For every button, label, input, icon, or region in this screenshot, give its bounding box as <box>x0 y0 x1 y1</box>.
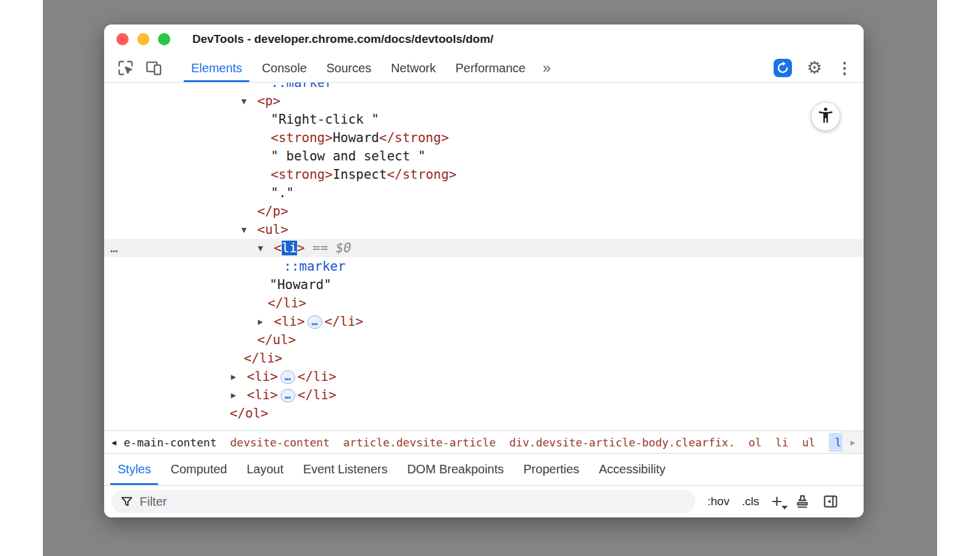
code-string: " below and select " <box>271 149 426 163</box>
style-filter-input[interactable] <box>140 495 687 509</box>
code-tag: > <box>297 241 305 255</box>
tree-row[interactable]: </ol> <box>104 404 864 423</box>
toggle-element-state-button[interactable]: :hov <box>707 495 729 508</box>
tree-row-selected[interactable]: …▼<li> == $0 <box>104 239 864 257</box>
sync-badge-icon[interactable] <box>774 59 792 77</box>
code-tag: <li> <box>247 388 278 402</box>
tree-row[interactable]: "Howard" <box>104 276 864 294</box>
collapse-arrow-icon[interactable]: ▼ <box>241 220 246 239</box>
breadcrumb-item[interactable]: article.devsite-article <box>343 436 496 449</box>
tree-row[interactable]: </li> <box>104 294 864 312</box>
accessibility-person-icon <box>816 106 835 127</box>
tree-row-content: </p> <box>104 202 288 220</box>
stamp-icon[interactable] <box>794 494 810 509</box>
tab-computed[interactable]: Computed <box>160 454 236 485</box>
tree-row[interactable]: <strong>Howard</strong> <box>104 129 864 147</box>
tree-row-content: </ol> <box>104 404 268 423</box>
tree-row[interactable]: ▶<li>…</li> <box>104 312 864 331</box>
tab-styles[interactable]: Styles <box>108 454 160 485</box>
tab-elements[interactable]: Elements <box>181 54 252 82</box>
collapsed-content-ellipsis[interactable]: … <box>281 370 295 384</box>
tree-row[interactable]: ▼<p> <box>104 92 864 110</box>
breadcrumb-item[interactable]: e-main-content <box>124 436 217 449</box>
code-dollar: $0 <box>336 241 351 255</box>
traffic-lights <box>116 33 170 45</box>
expand-arrow-icon[interactable]: ▶ <box>258 312 263 331</box>
tree-row[interactable]: ::marker <box>104 257 864 276</box>
collapse-arrow-icon[interactable]: ▼ <box>241 92 246 110</box>
code-tag: <li> <box>274 314 305 329</box>
new-style-rule-button[interactable]: + <box>771 492 782 511</box>
more-tabs-icon[interactable]: » <box>535 59 558 77</box>
toolbar-right-controls: ⚙ ⋮ <box>774 59 853 77</box>
device-toolbar-icon[interactable] <box>143 58 164 78</box>
tab-network[interactable]: Network <box>381 54 445 82</box>
code-tag: < <box>274 241 282 255</box>
code-tag: </li> <box>298 369 336 384</box>
tree-row-content: </li> <box>104 349 282 367</box>
close-window-button[interactable] <box>116 33 129 45</box>
tree-row[interactable]: <strong>Inspect</strong> <box>104 165 864 184</box>
breadcrumb-item[interactable]: li <box>775 436 789 449</box>
tree-row-content: <strong>Howard</strong> <box>104 129 449 147</box>
breadcrumb-items: e-main-contentdevsite-contentarticle.dev… <box>124 431 842 453</box>
tree-row-content: <li>…</li> <box>104 367 336 386</box>
expand-arrow-icon[interactable]: ▶ <box>231 367 236 386</box>
title-bar: DevTools - developer.chrome.com/docs/dev… <box>104 24 864 54</box>
code-string: "Howard" <box>270 277 331 292</box>
accessibility-button[interactable] <box>811 102 840 131</box>
breadcrumb-scroll-right-icon[interactable]: ▶ <box>842 431 864 453</box>
dom-tree: ::marker▼<p>"Right-click "<strong>Howard… <box>104 83 864 430</box>
minimize-window-button[interactable] <box>137 33 149 45</box>
tree-row[interactable]: </p> <box>104 202 864 220</box>
kebab-menu-icon[interactable]: ⋮ <box>837 60 853 76</box>
panel-tabs: ElementsConsoleSourcesNetworkPerformance <box>181 54 535 82</box>
tree-row-content: <li>…</li> <box>104 386 336 404</box>
code-tag: </ol> <box>230 406 268 421</box>
breadcrumb-item-selected[interactable]: li <box>829 433 842 452</box>
tree-row[interactable]: " below and select " <box>104 147 864 165</box>
tab-performance[interactable]: Performance <box>446 54 536 82</box>
tab-layout[interactable]: Layout <box>237 454 293 485</box>
tree-row[interactable]: ▼<ul> <box>104 220 864 239</box>
zoom-window-button[interactable] <box>158 33 170 45</box>
breadcrumb-item[interactable]: devsite-content <box>230 436 330 449</box>
code-selected-name: li <box>282 241 297 255</box>
toggle-sidebar-icon[interactable] <box>823 494 839 509</box>
breadcrumb-item[interactable]: div.devsite-article-body.clearfix. <box>510 436 735 449</box>
tab-accessibility[interactable]: Accessibility <box>589 454 676 485</box>
devtools-toolbar: ElementsConsoleSourcesNetworkPerformance… <box>104 54 864 83</box>
inspect-element-icon[interactable] <box>115 58 136 78</box>
element-classes-button[interactable]: .cls <box>742 495 760 508</box>
breadcrumb-item[interactable]: ol <box>748 436 762 449</box>
tree-row[interactable]: </li> <box>104 349 864 367</box>
sidebar-tabs: StylesComputedLayoutEvent ListenersDOM B… <box>104 453 864 485</box>
tree-row[interactable]: "." <box>104 184 864 202</box>
collapsed-content-ellipsis[interactable]: … <box>307 315 322 329</box>
tree-row[interactable]: ::marker <box>104 83 864 92</box>
tree-row[interactable]: ▶<li>…</li> <box>104 367 864 386</box>
tab-event-listeners[interactable]: Event Listeners <box>293 454 398 485</box>
collapse-arrow-icon[interactable]: ▼ <box>258 239 263 257</box>
code-tag: </li> <box>325 314 363 329</box>
tab-console[interactable]: Console <box>252 54 316 82</box>
tab-properties[interactable]: Properties <box>514 454 589 485</box>
tree-row[interactable]: "Right-click " <box>104 110 864 129</box>
expand-arrow-icon[interactable]: ▶ <box>231 386 236 404</box>
code-text: Howard <box>333 130 379 145</box>
tree-row-content: <p> <box>104 92 281 110</box>
code-pseudo: ::marker <box>284 259 345 274</box>
tree-row[interactable]: </ul> <box>104 331 864 349</box>
tree-row[interactable]: ▶<li>…</li> <box>104 386 864 404</box>
tab-sources[interactable]: Sources <box>317 54 381 82</box>
plus-label: + <box>771 491 782 511</box>
collapsed-content-ellipsis[interactable]: … <box>281 389 295 402</box>
code-text: Inspect <box>333 167 387 182</box>
tab-dom-breakpoints[interactable]: DOM Breakpoints <box>398 454 514 485</box>
code-tag: </ul> <box>257 332 296 347</box>
tree-row-content: <li>…</li> <box>104 312 363 331</box>
breadcrumb-scroll-left-icon[interactable]: ◀ <box>104 438 124 447</box>
gear-icon[interactable]: ⚙ <box>807 59 822 77</box>
breadcrumb-item[interactable]: ul <box>802 436 815 449</box>
style-filter-field[interactable] <box>111 490 695 513</box>
